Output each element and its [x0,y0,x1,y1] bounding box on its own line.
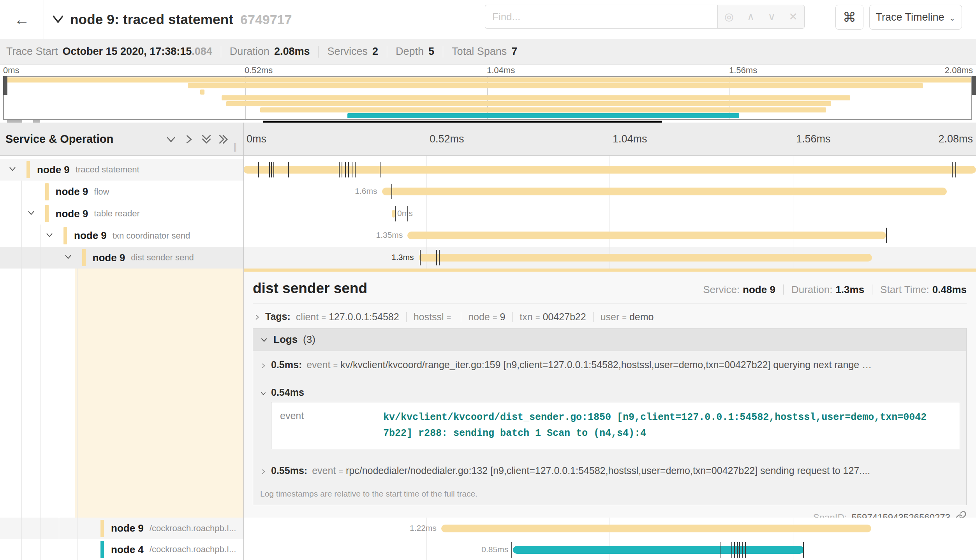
minimap-right-drag-handle[interactable] [972,76,976,95]
log-field-value: kv/kvclient/kvcoord/dist_sender.go:1850 … [368,402,936,449]
summary-stat: Trace StartOctober 15 2020, 17:38:15.084 [6,46,212,58]
log-marker-tick [345,162,346,177]
equals-sign: = [446,313,451,322]
tag-item: txn=00427b22 [505,310,586,323]
log-marker-tick [511,542,512,558]
tag-item: user=demo [586,310,654,323]
span-row[interactable]: node 9dist sender send1.3ms [0,247,976,269]
tag-value: 00427b22 [543,311,586,323]
log-marker-tick [439,250,440,265]
summary-stat: Services2 [310,46,378,58]
log-entry[interactable]: 0.5ms: event = kv/kvclient/kvcoord/range… [253,351,966,379]
span-row[interactable]: node 4/cockroach.roachpb.I...0.85ms [0,539,976,560]
span-row-timeline-cell[interactable]: 1.22ms [243,518,976,539]
summary-stat: Depth5 [378,46,434,58]
collapse-all-icon[interactable] [199,123,213,156]
service-operation-header: Service & Operation [5,123,113,156]
summary-stat-value: 2 [372,46,378,58]
find-input[interactable] [485,5,717,29]
span-row[interactable]: node 9table reader0ms [0,203,976,225]
span-operation-name: traced statement [76,165,139,175]
locate-icon[interactable]: ◎ [724,11,734,23]
span-row[interactable]: node 9traced statement [0,159,976,181]
minimap-span-bar [4,77,971,83]
summary-stat: Duration2.08ms [212,46,310,58]
chevron-down-icon [260,388,266,399]
span-bar[interactable] [392,210,395,218]
log-entry-expanded[interactable]: 0.54ms [253,379,966,401]
log-marker-tick [952,162,953,177]
span-color-bar [26,161,30,178]
collapse-one-icon[interactable] [164,123,178,156]
span-row-name-cell[interactable]: node 9table reader [0,203,243,225]
span-bar[interactable] [419,254,872,262]
span-bar[interactable] [382,188,947,195]
span-operation-name: /cockroach.roachpb.I... [150,523,236,534]
back-button[interactable]: ← [0,0,44,39]
summary-stat-label: Trace Start [6,46,58,58]
chevron-down-icon[interactable] [8,164,17,175]
tags-label: Tags: [265,311,291,322]
span-row-name-cell[interactable]: node 9traced statement [0,159,243,181]
span-row-name-cell[interactable]: node 4/cockroach.roachpb.I... [0,539,243,560]
logs-header[interactable]: Logs (3) [253,328,966,351]
span-row-name-cell[interactable]: node 9dist sender send [0,247,243,269]
chevron-right-icon [254,312,261,323]
span-row-timeline-cell[interactable]: 1.3ms [243,247,976,269]
span-row[interactable]: node 9txn coordinator send1.35ms [0,225,976,247]
column-divider[interactable] [243,123,244,560]
log-marker-tick [739,542,740,558]
span-row-name-cell[interactable]: node 9flow [0,181,243,203]
log-marker-tick [745,542,746,558]
link-icon[interactable] [955,511,967,518]
span-duration-label: 1.6ms [355,186,377,196]
logs-label: Logs [273,334,298,346]
log-entry[interactable]: 0.55ms: event = rpc/nodedialer/nodediale… [253,457,966,485]
log-marker-tick [271,162,272,177]
log-marker-tick [420,250,421,265]
minimap-canvas[interactable] [3,76,972,120]
span-service-name: node 9 [111,522,144,534]
span-service-name: node 9 [56,208,88,220]
tag-value: 9 [500,311,505,323]
minimap-left-drag-handle[interactable] [3,76,7,95]
span-duration-label: 1.22ms [410,523,437,533]
span-row[interactable]: node 9flow1.6ms [0,181,976,203]
expand-all-icon[interactable] [217,123,231,156]
span-row-timeline-cell[interactable]: 1.35ms [243,225,976,247]
keyboard-shortcuts-button[interactable]: ⌘ [835,5,863,30]
span-row[interactable]: node 9/cockroach.roachpb.I...1.22ms [0,518,976,539]
span-bar[interactable] [441,525,871,532]
trace-id: 6749717 [240,12,292,27]
tag-key: txn [520,311,532,323]
view-selector-button[interactable]: Trace Timeline ⌄ [869,5,962,30]
column-resizer-handle[interactable]: ∥ [233,142,239,152]
span-row-name-cell[interactable]: node 9txn coordinator send [0,225,243,247]
span-row-timeline-cell[interactable]: 0.85ms [243,539,976,560]
log-marker-tick [955,162,956,177]
span-duration-label: 0ms [397,209,413,218]
log-timestamp: 0.5ms: [271,359,302,370]
service-value: node 9 [743,284,775,296]
chevron-down-icon[interactable] [45,230,54,241]
next-match-icon[interactable]: ∨ [768,11,775,23]
timeline-axis-tick: 2.08ms [938,123,973,156]
chevron-down-icon[interactable] [26,208,36,219]
summary-stat-label: Services [327,46,368,58]
span-row-timeline-cell[interactable]: 1.6ms [243,181,976,203]
span-bar[interactable] [243,166,976,174]
tags-row[interactable]: Tags: client=127.0.0.1:54582hostssl=node… [253,304,967,328]
clear-find-icon[interactable]: ✕ [789,11,798,23]
span-row-timeline-cell[interactable] [243,159,976,181]
span-row-name-cell[interactable]: node 9/cockroach.roachpb.I... [0,518,243,539]
summary-stat-value: 2.08ms [274,46,310,58]
chevron-down-icon[interactable] [63,252,73,263]
span-row-timeline-cell[interactable]: 0ms [243,203,976,225]
prev-match-icon[interactable]: ∧ [747,11,755,23]
minimap-span-bar [347,113,739,118]
title-chevron-down-icon[interactable] [52,14,64,25]
log-marker-tick [721,542,721,558]
span-bar[interactable] [513,546,804,554]
span-bar[interactable] [407,232,886,239]
expand-one-icon[interactable] [182,123,196,156]
